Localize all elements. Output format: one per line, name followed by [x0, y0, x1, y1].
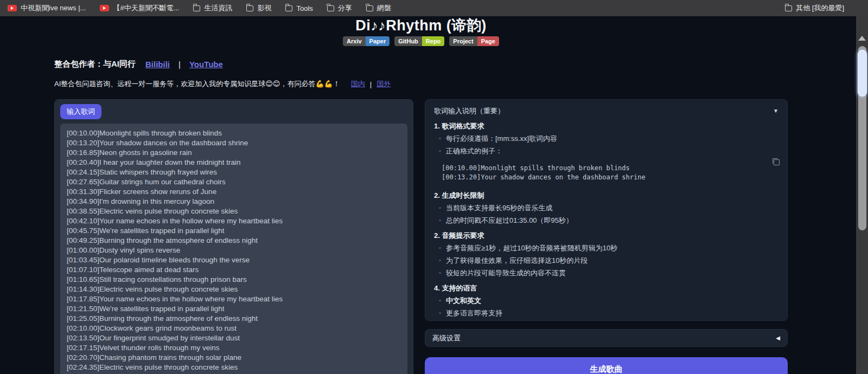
folder-icon [327, 5, 334, 11]
bilibili-link[interactable]: Bilibili [145, 60, 170, 69]
instruction-heading: 1. 歌词格式要求 [434, 121, 778, 131]
arxiv-paper-badge[interactable]: Arxiv Paper [343, 36, 390, 46]
author-row: 整合包作者：与AI同行 Bilibili | YouTube [54, 59, 223, 69]
scrollbar-track[interactable] [856, 16, 868, 374]
bookmark-label: 生活資訊 [204, 3, 232, 13]
bullet-text: 正确格式的例子： [446, 146, 502, 156]
instruction-bullet: ◦更多语言即将支持 [434, 308, 778, 318]
bookmark-item[interactable]: 影視 [246, 3, 271, 13]
bookmark-label: Tools [296, 4, 312, 12]
badge-label: Arxiv [343, 36, 366, 46]
instruction-bullet: ◦总的时间戳不应超过01:35.00（即95秒） [434, 215, 778, 225]
bullet-marker: ◦ [434, 203, 446, 213]
inner-scrollbar-thumb[interactable] [858, 50, 867, 96]
copy-icon[interactable] [773, 158, 780, 165]
lyric-line: [00:24.15]Static whispers through frayed… [67, 167, 401, 177]
bookmark-item-other-favorites[interactable]: 其他 [我的最愛] [785, 3, 844, 13]
bookmark-label: 中視新聞ive news |... [21, 3, 86, 13]
bullet-text: 中文和英文 [446, 295, 481, 306]
lyric-line: [00:27.65]Guitar strings hum our cathedr… [67, 177, 401, 187]
instruction-bullet: ◦参考音频应≥1秒，超过10秒的音频将被随机剪辑为10秒 [434, 243, 778, 253]
bullet-marker: ◦ [434, 146, 446, 156]
lyric-line: [01:00.00]Dusty vinyl spins reverse [67, 246, 401, 255]
instruction-bullet: ◦当前版本支持最长95秒的音乐生成 [434, 203, 778, 213]
bookmark-item[interactable]: 生活資訊 [193, 3, 232, 13]
lyric-line: [01:14.30]Electric veins pulse through c… [67, 285, 401, 294]
badge-value: Paper [366, 36, 390, 46]
bullet-text: 每行必须遵循：[mm:ss.xx]歌词内容 [446, 133, 557, 144]
bookmark-label: 【#中天新聞不斷電... [113, 3, 179, 13]
bullet-marker: ◦ [434, 243, 446, 253]
instructions-title: 歌词输入说明（重要） [434, 106, 505, 116]
bullet-text: 参考音频应≥1秒，超过10秒的音频将被随机剪辑为10秒 [446, 243, 617, 253]
bullet-marker: ◦ [434, 308, 446, 318]
bookmark-item[interactable]: 中視新聞ive news |... [8, 3, 86, 13]
advanced-settings-toggle[interactable]: 高级设置 ◀ [425, 329, 788, 347]
chevron-left-icon: ◀ [776, 335, 780, 341]
bullet-text: 较短的片段可能导致生成的内容不连贯 [446, 268, 566, 278]
bookmark-item[interactable]: 【#中天新聞不斷電... [100, 3, 179, 13]
advanced-settings-label: 高级设置 [432, 333, 461, 343]
domestic-link[interactable]: 国内 [351, 79, 365, 89]
youtube-icon [100, 5, 109, 11]
lyric-line: [01:07.10]Telescope aimed at dead stars [67, 265, 401, 275]
instructions-panel: 歌词输入说明（重要） ▼ 1. 歌词格式要求◦每行必须遵循：[mm:ss.xx]… [425, 99, 788, 321]
bullet-marker: ◦ [434, 215, 446, 225]
overseas-link[interactable]: 国外 [376, 79, 391, 89]
instruction-heading: 4. 支持的语言 [434, 283, 778, 293]
instruction-bullet: ◦正确格式的例子： [434, 146, 778, 156]
lyrics-input-label[interactable]: 输入歌词 [60, 104, 101, 119]
badge-row: Arxiv Paper GitHub Repo Project Page [54, 36, 788, 46]
lyric-line: [01:25.05]Burning through the atmosphere… [67, 314, 401, 324]
bullet-marker: ◦ [434, 268, 446, 278]
bookmark-label: 分享 [338, 3, 352, 13]
youtube-link[interactable]: YouTube [189, 60, 223, 69]
instruction-bullet: ◦每行必须遵循：[mm:ss.xx]歌词内容 [434, 133, 778, 144]
lyric-line: [00:45.75]We're satellites trapped in pa… [67, 226, 401, 236]
lyric-line: [00:42.10]Your name echoes in the hollow… [67, 216, 401, 226]
lyric-line: [02:24.35]Electric veins pulse through c… [67, 363, 401, 372]
promo-text: AI整合包问题咨询、远程一对一服务等，欢迎加入我的专属知识星球😊😊，有问必答💪💪… [54, 79, 340, 89]
lyrics-input[interactable]: [00:10.00]Moonlight spills through broke… [60, 124, 407, 374]
code-line: [00:10.00]Moonlight spills through broke… [442, 164, 778, 173]
folder-icon [366, 5, 373, 11]
bullet-text: 当前版本支持最长95秒的音乐生成 [446, 203, 552, 213]
youtube-icon [8, 5, 17, 11]
instruction-bullet: ◦中文和英文 [434, 295, 778, 306]
bullet-marker: ◦ [434, 255, 446, 266]
lyric-line: [00:16.85]Neon ghosts in gasoline rain [67, 148, 401, 158]
bookmark-item[interactable]: Tools [285, 4, 312, 12]
bookmarks-bar: 中視新聞ive news |...【#中天新聞不斷電...生活資訊影視Tools… [0, 0, 868, 16]
instruction-bullet: ◦较短的片段可能导致生成的内容不连贯 [434, 268, 778, 278]
lyric-line: [01:21.50]We're satellites trapped in pa… [67, 304, 401, 314]
author-label: 整合包作者：与AI同行 [54, 59, 136, 69]
lyric-line: [02:20.70]Chasing phantom trains through… [67, 353, 401, 363]
github-repo-badge[interactable]: GitHub Repo [394, 36, 444, 46]
bookmark-label: 影視 [257, 3, 271, 13]
lyric-line: [00:38.55]Electric veins pulse through c… [67, 207, 401, 216]
generate-song-button[interactable]: 生成歌曲 [425, 357, 788, 374]
bullet-marker: ◦ [434, 133, 446, 144]
badge-label: GitHub [394, 36, 422, 46]
folder-icon [193, 5, 200, 11]
chevron-down-icon[interactable]: ▼ [773, 106, 778, 116]
code-example: [00:10.00]Moonlight spills through broke… [442, 160, 778, 185]
lyric-line: [01:03.45]Our polaroid timeline bleeds t… [67, 255, 401, 265]
bullet-text: 更多语言即将支持 [446, 308, 502, 318]
bookmark-item[interactable]: 網盤 [366, 3, 391, 13]
bookmark-item[interactable]: 分享 [327, 3, 352, 13]
bullet-text: 为了获得最佳效果，应仔细选择这10秒的片段 [446, 255, 588, 266]
link-separator: | [178, 60, 181, 69]
bookmark-label: 網盤 [377, 3, 391, 13]
lyric-line: [00:31.30]Flicker screens show reruns of… [67, 187, 401, 197]
page-title: Di♪♪Rhythm (谛韵) [54, 16, 788, 35]
promo-row: AI整合包问题咨询、远程一对一服务等，欢迎加入我的专属知识星球😊😊，有问必答💪💪… [54, 79, 391, 89]
lyric-line: [01:17.85]Your name echoes in the hollow… [67, 294, 401, 304]
lyric-line: [00:34.90]I'm drowning in this mercury l… [67, 197, 401, 207]
instruction-heading: 2. 生成时长限制 [434, 190, 778, 201]
code-line: [00:13.20]Your shadow dances on the dash… [442, 173, 778, 182]
project-page-badge[interactable]: Project Page [449, 36, 499, 46]
scroll-up-icon[interactable] [858, 36, 866, 41]
lyrics-panel: 输入歌词 [00:10.00]Moonlight spills through … [54, 99, 413, 374]
lyric-line: [02:10.00]Clockwork gears grind moonbeam… [67, 324, 401, 333]
